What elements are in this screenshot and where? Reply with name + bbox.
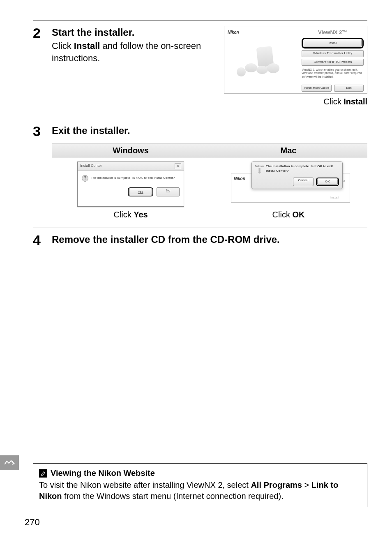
install-button-highlight: Install — [302, 38, 364, 49]
windows-column: Windows Install Center X ? The installat… — [52, 143, 210, 220]
step-title: Exit the installer. — [52, 124, 367, 137]
mac-caption: Click OK — [272, 209, 305, 220]
windows-dialog: Install Center X ? The installation is c… — [77, 162, 184, 207]
nikon-logo: Nikon — [228, 30, 239, 35]
windows-caption: Click Yes — [113, 209, 148, 220]
side-tab-icon — [0, 455, 19, 470]
app-icon: Nikon ⬇ — [255, 164, 263, 178]
step-title: Start the installer. — [52, 26, 216, 39]
installer-description: ViewNX 2, which enables you to share, ed… — [302, 68, 364, 85]
step-3: 3 Exit the installer. Windows Install Ce… — [33, 119, 367, 220]
install-caption: Click Install — [224, 96, 367, 107]
mac-dialog: Nikon ⬇ The installation is complete. Is… — [251, 162, 343, 189]
question-icon: ? — [82, 175, 88, 182]
dialog-message: The installation is complete. Is it OK t… — [91, 176, 175, 180]
guide-button[interactable]: Installation Guide — [302, 85, 331, 92]
close-icon[interactable]: X — [175, 163, 181, 169]
step-title: Remove the installer CD from the CD-ROM … — [52, 233, 367, 246]
wireless-button[interactable]: Wireless Transmitter Utility — [302, 50, 364, 57]
step-number: 3 — [33, 124, 52, 138]
mac-column: Mac Nikon NX 2™ Install Nikon ⬇ — [210, 143, 367, 220]
step-4: 4 Remove the installer CD from the CD-RO… — [33, 228, 367, 247]
ok-button[interactable]: OK — [317, 179, 338, 185]
installer-title: ViewNX 2™ — [302, 29, 364, 36]
step-number: 2 — [33, 26, 52, 40]
page-number: 270 — [25, 517, 40, 528]
yes-button-highlight: Yes — [128, 187, 153, 197]
step-body: Start the installer. Click Install and f… — [52, 26, 367, 111]
step-2: 2 Start the installer. Click Install and… — [33, 21, 367, 111]
windows-header: Windows — [52, 143, 210, 158]
step-body: Exit the installer. Windows Install Cent… — [52, 124, 367, 220]
iptc-button[interactable]: Software for IPTC Presets — [302, 59, 364, 66]
bg-install-text: Install — [330, 196, 339, 200]
dialog-title: Install Center — [80, 163, 102, 169]
exit-button[interactable]: Exit — [334, 85, 364, 92]
step-body: Remove the installer CD from the CD-ROM … — [52, 233, 367, 247]
yes-button[interactable]: Yes — [129, 189, 152, 196]
dialog-message: The installation is complete. Is it OK t… — [266, 164, 339, 173]
ok-button-highlight: OK — [316, 178, 339, 186]
nikon-logo: Nikon — [234, 176, 245, 182]
decorative-art — [237, 51, 294, 89]
note-icon — [39, 469, 47, 478]
installer-panel: Nikon ViewNX 2™ Install — [224, 26, 367, 94]
cancel-button[interactable]: Cancel — [293, 178, 314, 186]
step-number: 4 — [33, 233, 52, 247]
no-button[interactable]: No — [157, 187, 180, 197]
tip-body: To visit the Nikon website after install… — [39, 480, 361, 502]
tip-box: Viewing the Nikon Website To visit the N… — [33, 463, 367, 507]
install-button[interactable]: Install — [304, 40, 362, 47]
mac-header: Mac — [210, 143, 367, 158]
tip-title-text: Viewing the Nikon Website — [51, 468, 155, 479]
step-text: Click Install and follow the on-screen i… — [52, 40, 216, 64]
